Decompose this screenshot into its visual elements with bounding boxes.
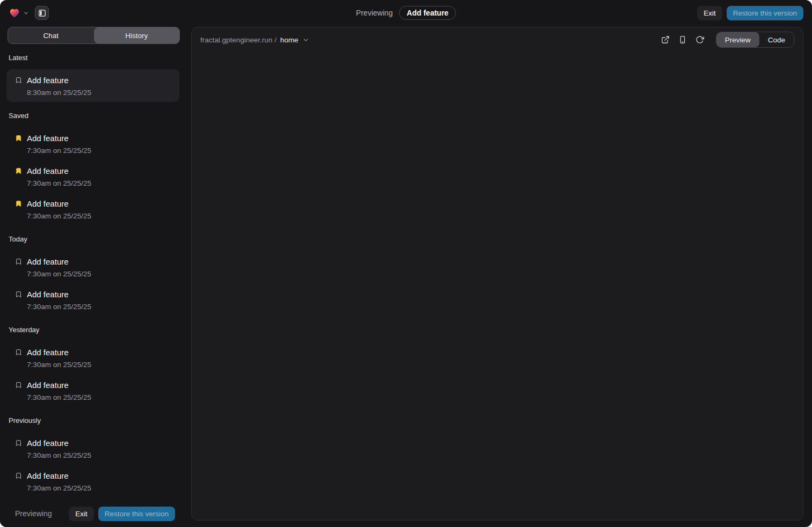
- history-item[interactable]: Add feature 7:30am on 25/25/25: [6, 432, 179, 465]
- history-item-title: Add feature: [27, 348, 69, 357]
- history-item-timestamp: 8:30am on 25/25/25: [27, 87, 172, 98]
- preview-canvas: [192, 52, 803, 520]
- footer-previewing-label: Previewing: [15, 509, 64, 518]
- history-item[interactable]: Add feature 7:30am on 25/25/25: [6, 283, 179, 316]
- external-link-icon: [661, 35, 670, 44]
- history-item-timestamp: 7:30am on 25/25/25: [27, 145, 172, 156]
- history-section: Previously Add feature 7:30am on 25/25/2…: [0, 416, 186, 497]
- bookmark-outline-icon: [14, 380, 23, 389]
- history-item-timestamp: 7:30am on 25/25/25: [27, 359, 172, 370]
- history-item-title: Add feature: [27, 438, 69, 448]
- history-item-timestamp: 7:30am on 25/25/25: [27, 210, 172, 221]
- topbar-actions: Exit Restore this version: [697, 6, 803, 20]
- version-badge: Add feature: [399, 6, 456, 20]
- history-item[interactable]: Add feature 7:30am on 25/25/25: [6, 341, 179, 374]
- url-page: home: [280, 36, 299, 44]
- history-item-timestamp: 7:30am on 25/25/25: [27, 392, 172, 402]
- topbar: Previewing Add feature Exit Restore this…: [0, 0, 812, 26]
- device-preview-button[interactable]: [675, 32, 690, 47]
- preview-actions: PreviewCode: [658, 32, 794, 48]
- history-item-timestamp: 7:30am on 25/25/25: [27, 482, 172, 493]
- refresh-icon: [695, 35, 704, 44]
- history-section: Latest Add feature 8:30am on 25/25/25: [0, 53, 186, 102]
- history-item[interactable]: Add feature 7:30am on 25/25/25: [6, 160, 179, 193]
- bookmark-filled-icon: [14, 199, 23, 208]
- section-label: Latest: [9, 53, 186, 63]
- preview-header: fractal.gptengineer.run / home: [192, 27, 803, 48]
- sidebar-footer: Previewing Exit Restore this version: [0, 500, 186, 527]
- tab-history[interactable]: History: [94, 27, 180, 43]
- history-item-title: Add feature: [27, 257, 69, 266]
- exit-button[interactable]: Exit: [697, 6, 722, 20]
- history-item[interactable]: Add feature 8:30am on 25/25/25: [6, 69, 179, 102]
- panel-left-icon: [38, 9, 46, 17]
- history-item-timestamp: 7:30am on 25/25/25: [27, 268, 172, 279]
- bookmark-filled-icon: [14, 134, 23, 142]
- heart-logo-icon[interactable]: [9, 7, 20, 19]
- bookmark-outline-icon: [14, 348, 23, 356]
- open-external-button[interactable]: [658, 32, 673, 47]
- bookmark-outline-icon: [14, 471, 23, 480]
- footer-exit-button[interactable]: Exit: [69, 507, 94, 521]
- preview-panel: fractal.gptengineer.run / home: [191, 27, 803, 521]
- history-section: Today Add feature 7:30am on 25/25/25 Add…: [0, 235, 186, 316]
- sidebar-tabs: ChatHistory: [8, 27, 180, 44]
- toggle-preview[interactable]: Preview: [716, 32, 759, 47]
- history-item-title: Add feature: [27, 380, 69, 390]
- footer-restore-version-button[interactable]: Restore this version: [98, 507, 175, 521]
- topbar-status: Previewing Add feature: [356, 6, 456, 20]
- tab-chat[interactable]: Chat: [8, 27, 94, 43]
- history-section: Yesterday Add feature 7:30am on 25/25/25…: [0, 325, 186, 407]
- previewing-label: Previewing: [356, 9, 393, 17]
- history-item-timestamp: 7:30am on 25/25/25: [27, 178, 172, 188]
- restore-version-button[interactable]: Restore this version: [727, 6, 803, 20]
- section-label: Saved: [9, 111, 186, 121]
- bookmark-outline-icon: [14, 76, 23, 84]
- sidebar: ChatHistory Latest Add feature 8:30am on…: [0, 26, 186, 527]
- history-item[interactable]: Add feature 7:30am on 25/25/25: [6, 251, 179, 283]
- history-item-title: Add feature: [27, 199, 69, 208]
- section-label: Today: [9, 235, 186, 244]
- history-item[interactable]: Add feature 7:30am on 25/25/25: [6, 193, 179, 225]
- history-section: Saved Add feature 7:30am on 25/25/25 Add…: [0, 111, 186, 225]
- chevron-down-icon[interactable]: [23, 10, 29, 16]
- history-item-title: Add feature: [27, 76, 69, 85]
- url-prefix: fractal.gptengineer.run /: [200, 36, 277, 44]
- bookmark-filled-icon: [14, 166, 23, 175]
- sidebar-toggle-button[interactable]: [35, 6, 49, 20]
- bookmark-outline-icon: [14, 290, 23, 298]
- history-item-timestamp: 7:30am on 25/25/25: [27, 301, 172, 312]
- chevron-down-icon[interactable]: [302, 36, 309, 43]
- refresh-button[interactable]: [692, 32, 707, 47]
- history-item-title: Add feature: [27, 471, 69, 480]
- history-list: Latest Add feature 8:30am on 25/25/25 Sa…: [0, 44, 186, 527]
- bookmark-outline-icon: [14, 257, 23, 266]
- toggle-code[interactable]: Code: [759, 32, 794, 47]
- history-item-title: Add feature: [27, 166, 69, 175]
- bookmark-outline-icon: [14, 438, 23, 447]
- history-item-title: Add feature: [27, 290, 69, 299]
- history-item-title: Add feature: [27, 134, 69, 143]
- history-item[interactable]: Add feature 7:30am on 25/25/25: [6, 465, 179, 497]
- history-item-timestamp: 7:30am on 25/25/25: [27, 450, 172, 460]
- brand: [9, 6, 49, 20]
- section-label: Yesterday: [9, 325, 186, 335]
- history-item[interactable]: Add feature 7:30am on 25/25/25: [6, 127, 179, 160]
- url-bar[interactable]: fractal.gptengineer.run / home: [200, 36, 309, 44]
- section-label: Previously: [9, 416, 186, 426]
- history-item[interactable]: Add feature 7:30am on 25/25/25: [6, 374, 179, 407]
- preview-code-toggle: PreviewCode: [716, 32, 794, 48]
- smartphone-icon: [678, 35, 687, 44]
